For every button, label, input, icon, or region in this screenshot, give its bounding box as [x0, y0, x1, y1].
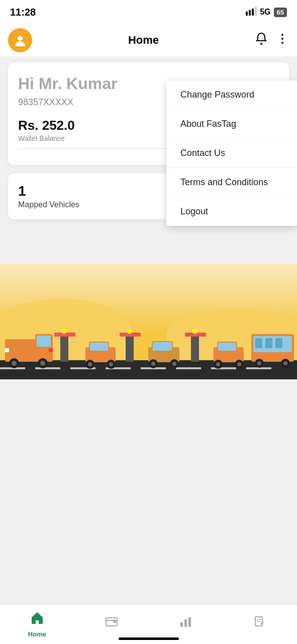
nav-item-reports[interactable] [149, 614, 223, 634]
svg-point-8 [281, 42, 283, 44]
svg-rect-16 [211, 367, 236, 369]
vehicles-illustration [0, 279, 297, 379]
svg-point-6 [281, 34, 283, 36]
svg-rect-2 [252, 9, 254, 16]
vehicles-label: Mapped Vehicles [18, 200, 79, 209]
dropdown-item-terms[interactable]: Terms and Conditions [166, 168, 297, 197]
svg-rect-56 [255, 338, 262, 348]
balance-label: Wallet Balance [18, 134, 75, 142]
svg-rect-58 [275, 338, 282, 348]
dropdown-item-change-password[interactable]: Change Password [166, 80, 297, 110]
vehicles-info: 1 Mapped Vehicles [18, 183, 79, 209]
svg-rect-68 [180, 622, 183, 627]
svg-rect-57 [265, 338, 272, 348]
header-actions [255, 32, 289, 48]
svg-point-60 [257, 361, 261, 365]
svg-rect-35 [90, 343, 108, 351]
nav-label-home: Home [28, 630, 46, 638]
svg-rect-69 [184, 619, 187, 627]
svg-point-4 [18, 36, 23, 41]
svg-rect-3 [255, 7, 257, 16]
network-label: 5G [260, 8, 270, 17]
chart-icon [178, 614, 192, 632]
signal-icon [246, 7, 257, 18]
svg-point-7 [281, 38, 283, 40]
svg-rect-1 [249, 10, 251, 16]
status-time: 11:28 [10, 7, 36, 18]
dropdown-menu: Change Password About FasTag Contact Us … [166, 80, 297, 226]
svg-point-65 [192, 329, 197, 334]
svg-point-30 [40, 361, 45, 366]
svg-rect-31 [5, 348, 9, 352]
svg-point-62 [283, 361, 287, 365]
svg-point-44 [151, 362, 155, 366]
status-icons: 5G 65 [246, 7, 287, 18]
svg-rect-49 [218, 343, 236, 351]
header: Home Change Password About FasTag Contac… [0, 24, 297, 56]
svg-rect-67 [113, 621, 116, 623]
home-icon [30, 611, 44, 628]
status-bar: 11:28 5G 65 [0, 0, 297, 24]
svg-rect-20 [126, 334, 134, 362]
vehicles-count: 1 [18, 183, 79, 199]
balance-info: Rs. 252.0 Wallet Balance [18, 118, 75, 142]
svg-point-39 [109, 362, 113, 366]
dropdown-item-contact-us[interactable]: Contact Us [166, 139, 297, 168]
balance-amount: Rs. 252.0 [18, 118, 75, 133]
svg-point-5 [260, 43, 262, 45]
dropdown-item-about-fastag[interactable]: About FasTag [166, 110, 297, 139]
svg-point-37 [88, 362, 92, 366]
notification-icon[interactable] [255, 32, 268, 48]
dropdown-item-logout[interactable]: Logout [166, 197, 297, 226]
svg-point-46 [172, 362, 176, 366]
wallet-icon [105, 614, 119, 632]
svg-rect-32 [49, 348, 53, 352]
home-indicator [119, 637, 179, 640]
nav-item-transactions[interactable] [223, 614, 297, 634]
svg-rect-70 [188, 617, 191, 627]
svg-point-51 [216, 362, 220, 366]
page-title: Home [128, 34, 159, 47]
svg-rect-26 [37, 336, 51, 347]
edit-icon [253, 614, 267, 632]
svg-rect-0 [246, 12, 248, 16]
svg-point-28 [12, 361, 17, 366]
battery-indicator: 65 [274, 8, 287, 17]
nav-item-wallet[interactable] [74, 614, 149, 634]
svg-point-64 [127, 329, 132, 334]
svg-point-53 [237, 362, 241, 366]
more-options-icon[interactable] [276, 32, 289, 48]
svg-rect-22 [191, 334, 199, 362]
svg-rect-42 [153, 342, 172, 351]
svg-rect-15 [176, 367, 201, 369]
svg-rect-11 [35, 367, 60, 369]
avatar[interactable] [8, 28, 32, 52]
illustration-area [0, 264, 297, 379]
svg-rect-18 [60, 334, 68, 362]
nav-item-home[interactable]: Home [0, 611, 74, 638]
svg-point-63 [62, 329, 67, 334]
